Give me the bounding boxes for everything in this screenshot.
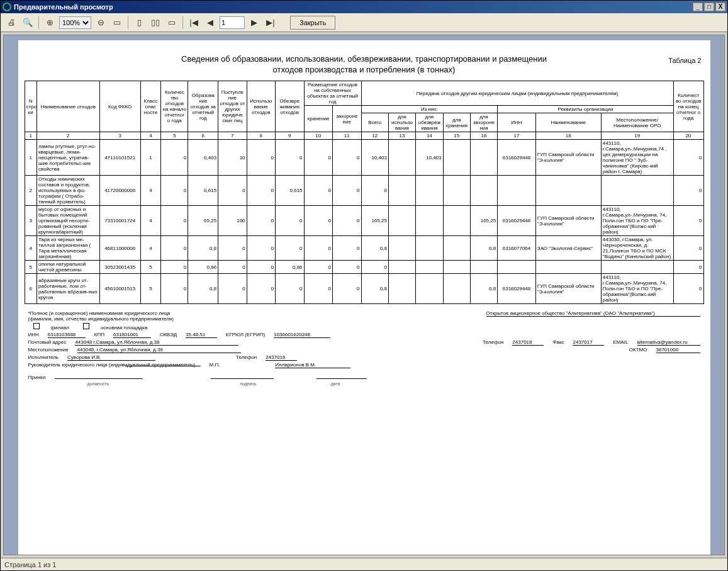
table-row: 1лампы ртутные, ртут-но-кварцевые, люми-… [25,140,703,176]
zoom-in-icon[interactable]: ⊕ [43,16,57,30]
meta-loc: 443048, г.Самара, ул.Яблочная, д.38 [77,347,241,353]
table-row: 4Тара из черных ме-таллов загрязненная (… [25,236,703,261]
h-name: Наименование отходов [36,81,99,132]
main-checkbox[interactable] [83,323,89,329]
first-page-icon[interactable]: |◀ [187,16,201,30]
window-title: Предварительный просмотр [14,3,113,11]
prev-page-icon[interactable]: ◀ [203,16,217,30]
report-page: Таблица 2 Сведения об образовании, испол… [18,40,710,555]
meta-note2: (фамилия, имя, отчество индивидуального … [28,316,174,322]
meta-oktmo: 36701000 [656,347,700,353]
h-neutral: Обезвре живание отходов [276,81,304,132]
find-icon[interactable]: 🔍 [21,16,35,30]
titlebar: Предварительный просмотр _ □ X [1,1,727,13]
table-row: 2Отходы химических составов и продуктов,… [25,176,703,206]
h-place-group: Размещение отходов на собственных объект… [304,81,361,106]
report-title-2: отходов производства и потребления (в то… [25,65,704,74]
h-start: Количес тво отходов на начало отчетног о… [161,81,188,132]
meta-exec: Суворова И.В. [67,354,155,361]
meta-head: Илларионов В.М. [275,362,350,368]
report-meta: *Полное (и сокращенное) наименование юри… [25,310,704,386]
next-page-icon[interactable]: ▶ [247,16,261,30]
h-code: Код ФККО [99,81,140,132]
toolbar: 🖨 🔍 ⊕ 100% ⊖ ▭ ▯ ▯▯ ▭ |◀ ◀ ▶ ▶| Закрыть [1,13,727,32]
filial-checkbox[interactable] [33,323,40,329]
table-row: 6абразивные круги от-работанные, лом от-… [25,274,703,304]
meta-fax: 2437017 [573,339,604,346]
h-recv: Поступле ние отходов от других юридиче с… [218,81,247,132]
h-total: Всего [361,113,388,132]
statusbar: Страница 1 из 1 [1,558,727,570]
close-button[interactable]: X [715,3,725,11]
print-icon[interactable]: 🖨 [4,16,18,30]
h-end: Количест во отходов на конец отчетног о … [673,81,703,132]
h-fstore: для хранения [443,113,470,132]
h-n: N стро ки [25,81,36,132]
report-title-1: Сведения об образовании, использовании, … [25,54,704,64]
zoom-out-icon[interactable]: ⊖ [94,16,108,30]
report-table: N стро ки Наименование отходов Код ФККО … [25,81,704,304]
meta-tel: 2437018 [512,339,544,346]
h-transfer-group: Передача отходов другим юридическим лица… [361,81,673,106]
meta-company: Открытое акционерное общество "Альтернат… [486,310,700,317]
view-mode-3-icon[interactable]: ▭ [165,16,179,30]
meta-kpp: 631801001 [113,332,151,338]
h-bury: захороне ние [333,106,362,132]
meta-note1: *Полное (и сокращенное) наименование юри… [28,310,174,316]
view-mode-2-icon[interactable]: ▯▯ [148,16,162,30]
preview-viewport[interactable]: Таблица 2 Сведения об образовании, испол… [3,35,725,555]
h-fuse: для использо вания [388,113,415,132]
minimize-button[interactable]: _ [693,3,703,11]
app-icon [3,3,11,11]
maximize-button[interactable]: □ [704,3,714,11]
h-formed: Образова ние отходов за отчетный год [188,81,218,132]
h-fneut: для обезвреж ивания [416,113,443,132]
view-mode-1-icon[interactable]: ▯ [132,16,146,30]
meta-exec-tel: 2437016 [266,354,297,361]
h-loc: Местоположение/ Наименование ОРО [601,113,673,132]
zoom-select[interactable]: 100% [59,16,91,29]
table-row: 3мусор от офисных и бытовых помещений ор… [25,206,703,236]
table-row: 5опилки натуральной чистой древесины3052… [25,261,703,274]
close-preview-button[interactable]: Закрыть [290,16,335,30]
meta-okved: 35.48.51 [186,332,217,338]
fit-page-icon[interactable]: ▭ [110,16,124,30]
h-orgname: Наименование [535,113,601,132]
page-input[interactable] [220,16,245,29]
meta-inn: 6318103688 [48,332,86,338]
last-page-icon[interactable]: ▶| [264,16,277,30]
h-inn: ИНН [498,113,536,132]
h-class: Класс опас ности [140,81,160,132]
h-fbury: для захороне ния [470,113,497,132]
h-req: Реквизиты организации [498,106,674,113]
meta-egr: 1036601620248 [274,332,330,338]
meta-addr: 443048 г.Самара, ул.Яблочная, д.38 [75,339,238,346]
meta-email: alternativa@yandex.ru [637,339,700,346]
status-page: Страница 1 из 1 [4,561,56,568]
h-ofthem: Из них: [361,106,498,113]
h-store: хранение [304,106,332,132]
table-number: Таблица 2 [668,57,701,64]
h-used: Использо вание отходов [247,81,275,132]
